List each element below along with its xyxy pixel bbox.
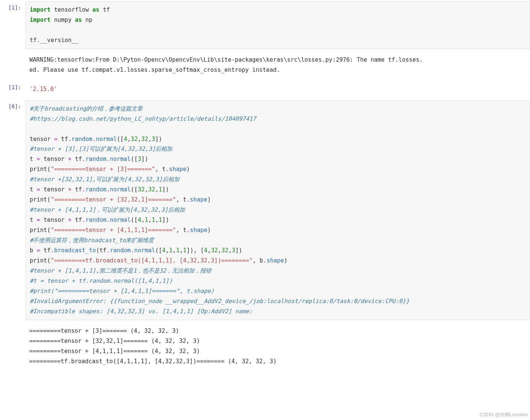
output-area-6[interactable]: =========tensor + [3]======= (4, 32, 32,… [26,323,530,370]
cell-1-output: [1]: '2.15.0' [0,80,530,99]
output-area-1[interactable]: '2.15.0' [26,81,530,97]
empty-prompt [0,50,24,56]
cell-1: [1]: import tensorflow as tf import nump… [0,0,530,50]
cell-1-warning: WARNING:tensorflow:From D:\Pyton-Opencv\… [0,50,530,80]
output-prompt-1: [1]: [0,80,24,95]
empty-prompt-2 [0,321,24,328]
code-area-1[interactable]: import tensorflow as tf import numpy as … [26,2,530,49]
warning-output[interactable]: WARNING:tensorflow:From D:\Pyton-Opencv\… [26,52,530,78]
code-area-6[interactable]: #关于broadcasting的介绍，参考这篇文章 #https://blog.… [26,100,530,320]
notebook: [1]: import tensorflow as tf import nump… [0,0,530,371]
cell-6-output: =========tensor + [3]======= (4, 32, 32,… [0,321,530,371]
input-prompt-6: [6]: [0,99,24,114]
input-prompt-1: [1]: [0,0,24,15]
cell-6: [6]: #关于broadcasting的介绍，参考这篇文章 #https://… [0,99,530,321]
